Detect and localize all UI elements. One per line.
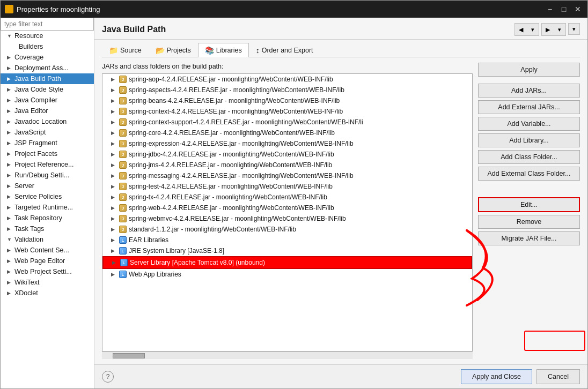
main-content: ▼ResourceBuilders▶Coverage▶Deployment As… <box>1 18 587 388</box>
sidebar-item-java-editor[interactable]: ▶Java Editor <box>1 106 94 116</box>
tree-item-text: spring-aspects-4.2.4.RELEASE.jar - moonl… <box>129 86 344 94</box>
tree-item[interactable]: ▶LServer Library [Apache Tomcat v8.0] (u… <box>102 256 472 269</box>
tree-item[interactable]: ▶Jspring-context-support-4.2.4.RELEASE.j… <box>102 117 472 128</box>
cancel-button[interactable]: Cancel <box>536 369 580 384</box>
tree-expand-icon: ▶ <box>111 119 119 125</box>
tree-item[interactable]: ▶Jspring-aop-4.2.4.RELEASE.jar - moonlig… <box>102 74 472 85</box>
tree-expand-icon: ▶ <box>111 173 119 178</box>
expand-arrow: ▶ <box>7 215 13 221</box>
jar-icon: J <box>119 129 127 137</box>
jar-icon: J <box>119 204 127 212</box>
sidebar-item-label: Validation <box>14 236 43 243</box>
jar-icon: J <box>119 225 127 234</box>
tree-expand-icon: ▶ <box>111 162 119 168</box>
tree-item[interactable]: ▶Jspring-jms-4.2.4.RELEASE.jar - moonlig… <box>102 160 472 170</box>
tree-item[interactable]: ▶Jspring-aspects-4.2.4.RELEASE.jar - moo… <box>102 85 472 95</box>
sidebar-item-java-compiler[interactable]: ▶Java Compiler <box>1 95 94 106</box>
tree-item[interactable]: ▶Jspring-expression-4.2.4.RELEASE.jar - … <box>102 138 472 149</box>
btn-migrate-jar-file---[interactable]: Migrate JAR File... <box>478 231 580 245</box>
tree-item[interactable]: ▶LEAR Libraries <box>102 235 472 245</box>
tree-expand-icon: ▶ <box>111 152 119 157</box>
btn-remove[interactable]: Remove <box>478 215 580 229</box>
tree-item[interactable]: ▶Jspring-context-4.2.4.RELEASE.jar - moo… <box>102 106 472 117</box>
scrollbar-thumb[interactable] <box>113 353 145 358</box>
expand-arrow: ▶ <box>7 55 13 60</box>
sidebar-item-validation[interactable]: ▼Validation <box>1 234 94 245</box>
sidebar-item-label: Java Code Style <box>14 86 63 93</box>
tree-item[interactable]: ▶Jspring-tx-4.2.4.RELEASE.jar - moonligh… <box>102 192 472 203</box>
tree-item[interactable]: ▶Jspring-web-4.2.4.RELEASE.jar - moonlig… <box>102 203 472 213</box>
btn-add-external-class-folder---[interactable]: Add External Class Folder... <box>478 167 580 181</box>
tab-source[interactable]: 📁Source <box>102 43 149 57</box>
window-title: Properties for moonlighting <box>17 5 541 13</box>
sidebar-item-jsp-fragment[interactable]: ▶JSP Fragment <box>1 138 94 148</box>
expand-arrow: ▶ <box>7 205 13 210</box>
btn-add-external-jars---[interactable]: Add External JARs... <box>478 100 580 114</box>
sidebar-item-java-code-style[interactable]: ▶Java Code Style <box>1 84 94 95</box>
sidebar-item-server[interactable]: ▶Server <box>1 181 94 191</box>
panel-title: Java Build Path <box>102 25 166 34</box>
sidebar-item-resource[interactable]: ▼Resource <box>1 31 94 41</box>
tab-icon-source: 📁 <box>109 46 118 55</box>
sidebar-item-label: Run/Debug Setti... <box>14 171 69 179</box>
btn-edit---[interactable]: Edit... <box>478 197 580 212</box>
tree-item[interactable]: ▶Jspring-webmvc-4.2.4.RELEASE.jar - moon… <box>102 213 472 224</box>
sidebar-item-deployment-ass---[interactable]: ▶Deployment Ass... <box>1 63 94 73</box>
tree-item[interactable]: ▶Jspring-beans-4.2.4.RELEASE.jar - moonl… <box>102 95 472 106</box>
sidebar-item-coverage[interactable]: ▶Coverage <box>1 52 94 63</box>
tree-item[interactable]: ▶LJRE System Library [JavaSE-1.8] <box>102 245 472 256</box>
sidebar-item-builders[interactable]: Builders <box>1 41 94 52</box>
sidebar-item-java-build-path[interactable]: ▶Java Build Path <box>1 73 94 84</box>
sidebar-item-web-project-setti---[interactable]: ▶Web Project Setti... <box>1 266 94 277</box>
tree-item[interactable]: ▶Jspring-jdbc-4.2.4.RELEASE.jar - moonli… <box>102 149 472 160</box>
forward-button[interactable]: ▶ <box>542 24 554 35</box>
sidebar-list: ▼ResourceBuilders▶Coverage▶Deployment As… <box>1 31 94 388</box>
sidebar-item-xdoclet[interactable]: ▶XDoclet <box>1 288 94 298</box>
sidebar-item-project-reference---[interactable]: ▶Project Reference... <box>1 159 94 170</box>
btn-add-library---[interactable]: Add Library... <box>478 133 580 147</box>
tree-item[interactable]: ▶Jspring-messaging-4.2.4.RELEASE.jar - m… <box>102 170 472 181</box>
tree-scrollbar-horizontal[interactable] <box>102 351 473 359</box>
forward-dropdown-button[interactable]: ▾ <box>554 24 565 35</box>
tree-item-text: spring-web-4.2.4.RELEASE.jar - moonlight… <box>129 204 334 212</box>
tree-expand-icon: ▶ <box>111 109 119 114</box>
close-button[interactable]: ✕ <box>572 4 583 14</box>
sidebar-item-targeted-runtime---[interactable]: ▶Targeted Runtime... <box>1 202 94 213</box>
sidebar-item-wikitext[interactable]: ▶WikiText <box>1 277 94 288</box>
sidebar-item-service-policies[interactable]: ▶Service Policies <box>1 191 94 202</box>
sidebar-item-javascript[interactable]: ▶JavaScript <box>1 127 94 138</box>
sidebar-item-project-facets[interactable]: ▶Project Facets <box>1 148 94 159</box>
panel-menu-button[interactable]: ▾ <box>568 23 580 35</box>
tree-container[interactable]: ▶Jspring-aop-4.2.4.RELEASE.jar - moonlig… <box>102 73 473 351</box>
tab-projects[interactable]: 📂Projects <box>149 43 198 57</box>
expand-arrow: ▶ <box>7 108 13 114</box>
sidebar-item-task-tags[interactable]: ▶Task Tags <box>1 223 94 234</box>
btn-add-variable---[interactable]: Add Variable... <box>478 117 580 131</box>
sidebar-item-task-repository[interactable]: ▶Task Repository <box>1 213 94 223</box>
tree-item[interactable]: ▶Jspring-core-4.2.4.RELEASE.jar - moonli… <box>102 128 472 138</box>
apply-close-button[interactable]: Apply and Close <box>461 369 532 384</box>
sidebar-item-web-content-se---[interactable]: ▶Web Content Se... <box>1 245 94 256</box>
apply-button[interactable]: Apply <box>478 63 580 77</box>
tree-item[interactable]: ▶Jspring-test-4.2.4.RELEASE.jar - moonli… <box>102 181 472 192</box>
help-button[interactable]: ? <box>102 371 114 383</box>
sidebar-item-web-page-editor[interactable]: ▶Web Page Editor <box>1 256 94 266</box>
btn-add-jars---[interactable]: Add JARs... <box>478 84 580 98</box>
tab-order-and-export[interactable]: ↕Order and Export <box>249 43 320 57</box>
back-button[interactable]: ◀ <box>515 24 527 35</box>
filter-input[interactable] <box>1 18 94 31</box>
maximize-button[interactable]: □ <box>558 4 569 14</box>
tree-item-text: spring-context-support-4.2.4.RELEASE.jar… <box>129 118 363 126</box>
back-dropdown-button[interactable]: ▾ <box>527 24 539 35</box>
tree-item-text: JRE System Library [JavaSE-1.8] <box>129 247 224 255</box>
sidebar-item-run-debug-setti---[interactable]: ▶Run/Debug Setti... <box>1 170 94 181</box>
tree-item-text: spring-messaging-4.2.4.RELEASE.jar - moo… <box>129 172 354 179</box>
btn-add-class-folder---[interactable]: Add Class Folder... <box>478 150 580 164</box>
tree-item[interactable]: ▶LWeb App Libraries <box>102 269 472 280</box>
tree-item[interactable]: ▶Jstandard-1.1.2.jar - moonlighting/WebC… <box>102 224 472 235</box>
tree-item-text: spring-expression-4.2.4.RELEASE.jar - mo… <box>129 140 354 147</box>
minimize-button[interactable]: − <box>545 4 555 14</box>
right-panel: Java Build Path ◀ ▾ ▶ ▾ ▾ 📁So <box>94 18 587 388</box>
tab-libraries[interactable]: 📚Libraries <box>198 43 249 57</box>
sidebar-item-javadoc-location[interactable]: ▶Javadoc Location <box>1 116 94 127</box>
